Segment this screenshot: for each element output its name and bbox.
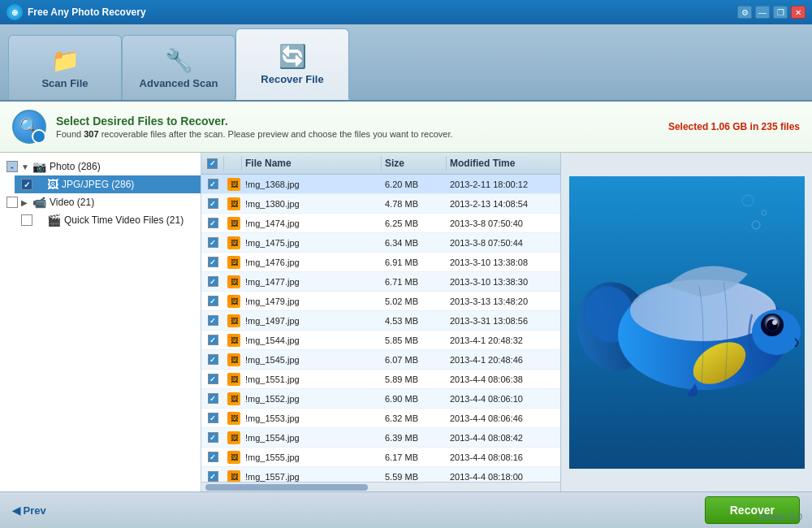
file-type-icon	[227, 236, 240, 249]
file-row[interactable]: !mg_1368.jpg 6.20 MB 2013-2-11 18:00:12	[201, 175, 560, 194]
row-checkbox[interactable]	[208, 374, 218, 384]
row-checkbox[interactable]	[208, 218, 218, 228]
row-filename: !mg_1555.jpg	[242, 451, 382, 464]
row-checkbox[interactable]	[208, 432, 218, 443]
file-type-icon	[227, 373, 240, 386]
file-row[interactable]: !mg_1476.jpg 6.91 MB 2013-3-10 13:38:08	[201, 253, 560, 272]
file-row[interactable]: !mg_1544.jpg 5.85 MB 2013-4-1 20:48:32	[201, 331, 560, 350]
restore-button[interactable]: ❐	[773, 6, 788, 19]
file-row[interactable]: !mg_1497.jpg 4.53 MB 2013-3-31 13:08:56	[201, 311, 560, 331]
row-checkbox-cell[interactable]	[201, 431, 224, 444]
row-checkbox-cell[interactable]	[201, 216, 224, 230]
selected-info: Selected 1.06 GB in 235 files	[668, 121, 800, 132]
file-row[interactable]: !mg_1380.jpg 4.78 MB 2013-2-13 14:08:54	[201, 194, 560, 214]
row-checkbox[interactable]	[208, 413, 218, 423]
row-icon-cell	[224, 235, 242, 251]
file-row[interactable]: !mg_1552.jpg 6.90 MB 2013-4-4 08:06:10	[201, 389, 560, 409]
row-checkbox[interactable]	[208, 257, 218, 267]
settings-button[interactable]: ⚙	[737, 6, 752, 19]
file-row[interactable]: !mg_1545.jpg 6.07 MB 2013-4-1 20:48:46	[201, 350, 560, 370]
prev-button[interactable]: ◀ Prev	[12, 504, 46, 517]
row-icon-cell	[224, 352, 242, 368]
tab-recover-file[interactable]: 🔄 Recover File	[235, 28, 349, 100]
minimize-button[interactable]: —	[755, 6, 770, 19]
row-checkbox[interactable]	[208, 471, 218, 482]
tree-item-jpg[interactable]: 🖼 JPG/JPEG (286)	[15, 175, 201, 193]
header-icon-col	[224, 156, 242, 171]
file-row[interactable]: !mg_1557.jpg 5.59 MB 2013-4-4 08:18:00	[201, 467, 560, 482]
row-checkbox[interactable]	[208, 335, 218, 345]
row-checkbox[interactable]	[208, 179, 218, 189]
file-row[interactable]: !mg_1551.jpg 5.89 MB 2013-4-4 08:06:38	[201, 370, 560, 389]
video-checkbox[interactable]	[6, 197, 18, 208]
tab-scan-file[interactable]: 📁 Scan File	[8, 35, 122, 100]
row-size: 4.53 MB	[382, 314, 447, 327]
row-checkbox-cell[interactable]	[201, 275, 224, 288]
row-filename: !mg_1553.jpg	[242, 412, 382, 425]
file-row[interactable]: !mg_1477.jpg 6.71 MB 2013-3-10 13:38:30	[201, 272, 560, 292]
row-checkbox-cell[interactable]	[201, 470, 224, 482]
file-type-icon	[227, 178, 240, 191]
row-checkbox-cell[interactable]	[201, 411, 224, 425]
row-filename: !mg_1380.jpg	[242, 197, 382, 210]
file-list-area: File Name Size Modified Time !mg_1368.jp…	[201, 153, 560, 491]
tree-item-quicktime[interactable]: 🎬 Quick Time Video Files (21)	[15, 211, 201, 229]
file-row[interactable]: !mg_1475.jpg 6.34 MB 2013-3-8 07:50:44	[201, 233, 560, 253]
row-filename: !mg_1551.jpg	[242, 373, 382, 386]
header-filename: File Name	[242, 156, 382, 171]
jpg-checkbox[interactable]	[21, 179, 32, 190]
row-modified: 2013-4-4 08:06:38	[447, 373, 560, 386]
header-checkbox-cell[interactable]	[201, 156, 224, 171]
row-checkbox[interactable]	[208, 198, 218, 209]
close-button[interactable]: ✕	[791, 6, 806, 19]
row-filename: !mg_1476.jpg	[242, 256, 382, 269]
tree-item-photo[interactable]: ▼ 📷 Photo (286)	[0, 158, 201, 175]
row-checkbox-cell[interactable]	[201, 255, 224, 269]
row-checkbox-cell[interactable]	[201, 236, 224, 249]
tab-advanced-scan[interactable]: 🔧 Advanced Scan	[122, 35, 235, 100]
file-row[interactable]: !mg_1554.jpg 6.39 MB 2013-4-4 08:08:42	[201, 428, 560, 448]
file-row[interactable]: !mg_1479.jpg 5.02 MB 2013-3-13 13:48:20	[201, 292, 560, 311]
row-checkbox-cell[interactable]	[201, 392, 224, 405]
row-checkbox[interactable]	[208, 393, 218, 404]
row-checkbox-cell[interactable]	[201, 333, 224, 347]
app-title: Free Any Photo Recovery	[28, 6, 146, 18]
file-row[interactable]: !mg_1474.jpg 6.25 MB 2013-3-8 07:50:40	[201, 214, 560, 233]
select-all-checkbox[interactable]	[207, 158, 218, 169]
photo-checkbox[interactable]	[6, 161, 18, 172]
scrollbar-thumb-x[interactable]	[205, 484, 368, 491]
row-checkbox[interactable]	[208, 452, 218, 462]
row-checkbox[interactable]	[208, 276, 218, 287]
row-checkbox-cell[interactable]	[201, 314, 224, 327]
file-type-icon	[227, 431, 240, 444]
row-checkbox[interactable]	[208, 315, 218, 326]
row-checkbox-cell[interactable]	[201, 372, 224, 386]
quicktime-checkbox[interactable]	[21, 214, 32, 226]
title-controls: ⚙ — ❐ ✕	[737, 6, 806, 19]
app-icon: ⊕	[6, 4, 23, 20]
row-icon-cell	[224, 410, 242, 426]
row-size: 5.85 MB	[382, 334, 447, 347]
file-row[interactable]: !mg_1553.jpg 6.32 MB 2013-4-4 08:06:46	[201, 409, 560, 428]
row-icon-cell	[224, 176, 242, 193]
row-checkbox-cell[interactable]	[201, 353, 224, 366]
row-checkbox-cell[interactable]	[201, 197, 224, 210]
row-checkbox[interactable]	[208, 296, 218, 306]
row-checkbox[interactable]	[208, 237, 218, 248]
row-modified: 2013-4-1 20:48:46	[447, 353, 560, 366]
row-size: 6.07 MB	[382, 353, 447, 366]
row-checkbox-cell[interactable]	[201, 450, 224, 464]
file-row[interactable]: !mg_1555.jpg 6.17 MB 2013-4-4 08:08:16	[201, 448, 560, 467]
row-checkbox[interactable]	[208, 354, 218, 365]
row-size: 6.71 MB	[382, 275, 447, 288]
row-checkbox-cell[interactable]	[201, 177, 224, 191]
row-checkbox-cell[interactable]	[201, 294, 224, 308]
tree-item-video[interactable]: ▶ 📹 Video (21)	[0, 193, 201, 211]
row-filename: !mg_1368.jpg	[242, 178, 382, 191]
row-size: 6.39 MB	[382, 431, 447, 444]
row-filename: !mg_1544.jpg	[242, 334, 382, 347]
quicktime-label: Quick Time Video Files (21)	[64, 214, 184, 226]
row-size: 6.25 MB	[382, 217, 447, 230]
file-list-scroll[interactable]: !mg_1368.jpg 6.20 MB 2013-2-11 18:00:12 …	[201, 175, 560, 482]
horizontal-scrollbar[interactable]	[201, 482, 560, 491]
